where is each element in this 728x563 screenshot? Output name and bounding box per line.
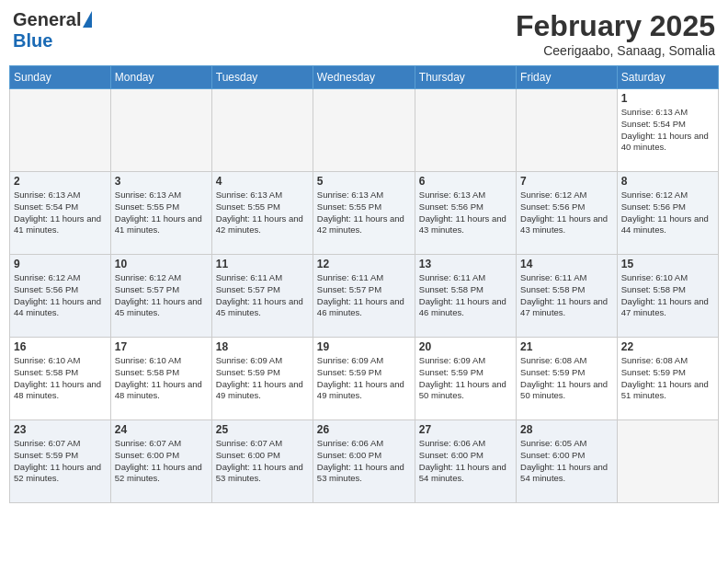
calendar-week-5: 23Sunrise: 6:07 AMSunset: 5:59 PMDayligh… [10, 420, 719, 503]
day-number: 5 [317, 175, 411, 188]
calendar-day-cell: 23Sunrise: 6:07 AMSunset: 5:59 PMDayligh… [10, 420, 111, 503]
day-info: Sunrise: 6:11 AMSunset: 5:57 PMDaylight:… [216, 272, 309, 319]
day-info: Sunrise: 6:07 AMSunset: 6:00 PMDaylight:… [115, 438, 208, 485]
calendar-day-cell: 3Sunrise: 6:13 AMSunset: 5:55 PMDaylight… [110, 172, 211, 255]
day-info: Sunrise: 6:12 AMSunset: 5:56 PMDaylight:… [14, 272, 107, 319]
weekday-header-saturday: Saturday [617, 66, 718, 89]
day-info: Sunrise: 6:13 AMSunset: 5:55 PMDaylight:… [317, 190, 411, 236]
day-info: Sunrise: 6:11 AMSunset: 5:58 PMDaylight:… [520, 272, 613, 319]
calendar-day-cell: 14Sunrise: 6:11 AMSunset: 5:58 PMDayligh… [517, 255, 618, 338]
logo-blue-text: Blue [13, 30, 52, 52]
calendar-day-cell [10, 89, 111, 172]
calendar-day-cell: 4Sunrise: 6:13 AMSunset: 5:55 PMDaylight… [211, 172, 313, 255]
calendar-day-cell: 28Sunrise: 6:05 AMSunset: 6:00 PMDayligh… [517, 420, 618, 503]
day-number: 6 [419, 175, 512, 188]
calendar-day-cell: 11Sunrise: 6:11 AMSunset: 5:57 PMDayligh… [211, 255, 313, 338]
day-number: 21 [520, 340, 613, 353]
calendar-day-cell: 17Sunrise: 6:10 AMSunset: 5:58 PMDayligh… [110, 338, 211, 420]
weekday-header-sunday: Sunday [10, 66, 111, 89]
day-info: Sunrise: 6:10 AMSunset: 5:58 PMDaylight:… [115, 355, 208, 402]
calendar-day-cell: 22Sunrise: 6:08 AMSunset: 5:59 PMDayligh… [617, 338, 718, 420]
day-number: 1 [621, 92, 714, 105]
calendar-week-4: 16Sunrise: 6:10 AMSunset: 5:58 PMDayligh… [10, 338, 719, 420]
day-number: 19 [317, 340, 411, 353]
calendar-day-cell: 12Sunrise: 6:11 AMSunset: 5:57 PMDayligh… [313, 255, 415, 338]
calendar-day-cell: 27Sunrise: 6:06 AMSunset: 6:00 PMDayligh… [415, 420, 516, 503]
day-number: 14 [520, 258, 613, 270]
day-info: Sunrise: 6:11 AMSunset: 5:58 PMDaylight:… [419, 272, 512, 319]
calendar-day-cell: 24Sunrise: 6:07 AMSunset: 6:00 PMDayligh… [110, 420, 211, 503]
weekday-header-thursday: Thursday [415, 66, 516, 89]
title-section: February 2025 Ceerigaabo, Sanaag, Somali… [516, 9, 715, 58]
day-info: Sunrise: 6:13 AMSunset: 5:55 PMDaylight:… [216, 190, 309, 236]
calendar-day-cell: 16Sunrise: 6:10 AMSunset: 5:58 PMDayligh… [10, 338, 111, 420]
day-info: Sunrise: 6:05 AMSunset: 6:00 PMDaylight:… [520, 438, 613, 485]
day-number: 10 [115, 258, 208, 270]
page-header: General Blue February 2025 Ceerigaabo, S… [9, 9, 719, 58]
day-info: Sunrise: 6:08 AMSunset: 5:59 PMDaylight:… [621, 355, 714, 402]
calendar-day-cell: 2Sunrise: 6:13 AMSunset: 5:54 PMDaylight… [10, 172, 111, 255]
day-number: 16 [14, 340, 107, 353]
logo: General Blue [13, 9, 92, 52]
day-number: 28 [520, 423, 613, 436]
weekday-header-wednesday: Wednesday [313, 66, 415, 89]
calendar-day-cell: 15Sunrise: 6:10 AMSunset: 5:58 PMDayligh… [617, 255, 718, 338]
weekday-header-tuesday: Tuesday [211, 66, 313, 89]
calendar-day-cell: 19Sunrise: 6:09 AMSunset: 5:59 PMDayligh… [313, 338, 415, 420]
day-info: Sunrise: 6:12 AMSunset: 5:57 PMDaylight:… [115, 272, 208, 319]
calendar-day-cell: 21Sunrise: 6:08 AMSunset: 5:59 PMDayligh… [517, 338, 618, 420]
calendar-table: SundayMondayTuesdayWednesdayThursdayFrid… [9, 65, 719, 503]
day-number: 22 [621, 340, 714, 353]
location-subtitle: Ceerigaabo, Sanaag, Somalia [516, 43, 715, 58]
day-number: 23 [14, 423, 107, 436]
calendar-header-row: SundayMondayTuesdayWednesdayThursdayFrid… [10, 66, 719, 89]
day-number: 15 [621, 258, 714, 270]
day-number: 2 [14, 175, 107, 188]
day-info: Sunrise: 6:09 AMSunset: 5:59 PMDaylight:… [317, 355, 411, 402]
day-info: Sunrise: 6:06 AMSunset: 6:00 PMDaylight:… [317, 438, 411, 485]
calendar-day-cell [415, 89, 516, 172]
calendar-day-cell: 5Sunrise: 6:13 AMSunset: 5:55 PMDaylight… [313, 172, 415, 255]
day-info: Sunrise: 6:09 AMSunset: 5:59 PMDaylight:… [419, 355, 512, 402]
calendar-week-2: 2Sunrise: 6:13 AMSunset: 5:54 PMDaylight… [10, 172, 719, 255]
day-info: Sunrise: 6:13 AMSunset: 5:54 PMDaylight:… [14, 190, 107, 236]
day-number: 26 [317, 423, 411, 436]
day-number: 4 [216, 175, 309, 188]
calendar-day-cell [110, 89, 211, 172]
day-number: 27 [419, 423, 512, 436]
day-number: 17 [115, 340, 208, 353]
calendar-day-cell: 8Sunrise: 6:12 AMSunset: 5:56 PMDaylight… [617, 172, 718, 255]
day-info: Sunrise: 6:08 AMSunset: 5:59 PMDaylight:… [520, 355, 613, 402]
day-number: 12 [317, 258, 411, 270]
day-info: Sunrise: 6:12 AMSunset: 5:56 PMDaylight:… [520, 190, 613, 236]
logo-general-text: General [13, 9, 81, 30]
day-info: Sunrise: 6:13 AMSunset: 5:56 PMDaylight:… [419, 190, 512, 236]
day-info: Sunrise: 6:07 AMSunset: 5:59 PMDaylight:… [14, 438, 107, 485]
day-number: 13 [419, 258, 512, 270]
calendar-day-cell: 13Sunrise: 6:11 AMSunset: 5:58 PMDayligh… [415, 255, 516, 338]
calendar-day-cell [517, 89, 618, 172]
calendar-day-cell: 26Sunrise: 6:06 AMSunset: 6:00 PMDayligh… [313, 420, 415, 503]
day-info: Sunrise: 6:13 AMSunset: 5:54 PMDaylight:… [621, 107, 714, 154]
day-number: 8 [621, 175, 714, 188]
day-info: Sunrise: 6:10 AMSunset: 5:58 PMDaylight:… [14, 355, 107, 402]
weekday-header-friday: Friday [517, 66, 618, 89]
calendar-day-cell: 6Sunrise: 6:13 AMSunset: 5:56 PMDaylight… [415, 172, 516, 255]
month-year-title: February 2025 [516, 9, 715, 43]
day-info: Sunrise: 6:06 AMSunset: 6:00 PMDaylight:… [419, 438, 512, 485]
day-info: Sunrise: 6:11 AMSunset: 5:57 PMDaylight:… [317, 272, 411, 319]
day-info: Sunrise: 6:12 AMSunset: 5:56 PMDaylight:… [621, 190, 714, 236]
calendar-week-3: 9Sunrise: 6:12 AMSunset: 5:56 PMDaylight… [10, 255, 719, 338]
logo-triangle-icon [83, 11, 92, 28]
day-number: 3 [115, 175, 208, 188]
day-info: Sunrise: 6:09 AMSunset: 5:59 PMDaylight:… [216, 355, 309, 402]
calendar-day-cell: 9Sunrise: 6:12 AMSunset: 5:56 PMDaylight… [10, 255, 111, 338]
day-number: 20 [419, 340, 512, 353]
day-info: Sunrise: 6:10 AMSunset: 5:58 PMDaylight:… [621, 272, 714, 319]
day-number: 11 [216, 258, 309, 270]
day-info: Sunrise: 6:07 AMSunset: 6:00 PMDaylight:… [216, 438, 309, 485]
day-number: 25 [216, 423, 309, 436]
calendar-week-1: 1Sunrise: 6:13 AMSunset: 5:54 PMDaylight… [10, 89, 719, 172]
day-number: 18 [216, 340, 309, 353]
day-number: 9 [14, 258, 107, 270]
